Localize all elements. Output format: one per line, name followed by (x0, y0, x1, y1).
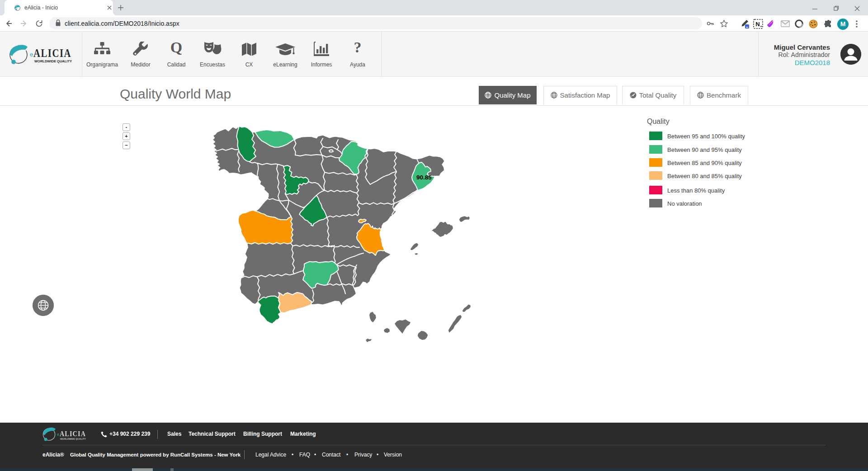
svg-text:N: N (755, 21, 760, 28)
svg-text:+: + (760, 25, 762, 28)
svg-text:ALICIA: ALICIA (60, 429, 86, 438)
svg-text:WORLDWIDE QUALITY: WORLDWIDE QUALITY (60, 438, 86, 440)
svg-text:90.85: 90.85 (416, 174, 432, 181)
svg-text:ALICIA: ALICIA (33, 47, 71, 60)
svg-text:WORLDWIDE QUALITY: WORLDWIDE QUALITY (34, 59, 72, 63)
svg-text:e: e (57, 432, 59, 437)
svg-text:e: e (30, 51, 33, 58)
